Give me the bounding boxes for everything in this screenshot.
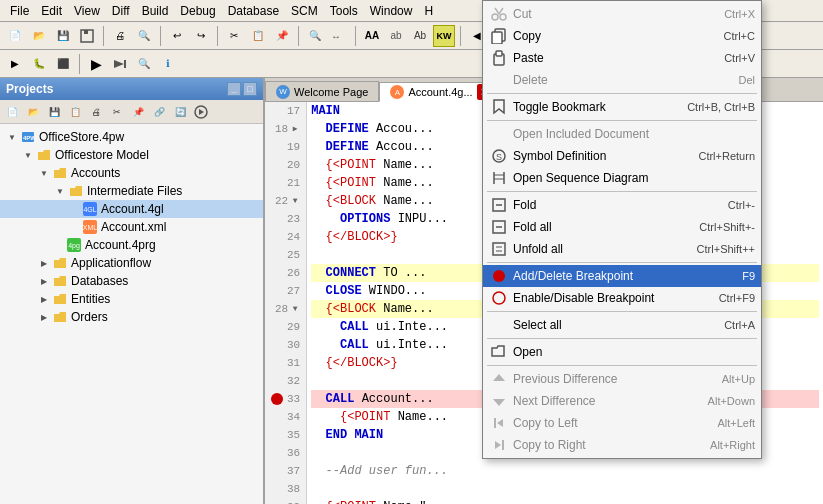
save-button[interactable]: 💾 [52, 25, 74, 47]
ctx-copy-right-shortcut: Alt+Right [710, 439, 755, 451]
debug-info[interactable]: ℹ [157, 53, 179, 75]
debug-run[interactable]: ▶ [85, 53, 107, 75]
menu-build[interactable]: Build [136, 2, 175, 20]
projects-panel-header: Projects _ □ [0, 78, 263, 100]
arrow-model[interactable]: ▼ [20, 147, 36, 163]
menu-file[interactable]: File [4, 2, 35, 20]
applicationflow-icon [52, 255, 68, 271]
tb-save-proj[interactable]: 💾 [44, 103, 64, 121]
ctx-copy[interactable]: Copy Ctrl+C [483, 25, 761, 47]
tree-accounts[interactable]: ▼ Accounts [0, 164, 263, 182]
open-button[interactable]: 📂 [28, 25, 50, 47]
tb-new-proj[interactable]: 📄 [2, 103, 22, 121]
replace-button[interactable]: ↔ [328, 25, 350, 47]
ctx-copy-left[interactable]: Copy to Left Alt+Left [483, 412, 761, 434]
stop-button[interactable]: ⬛ [52, 53, 74, 75]
debug-step[interactable] [109, 53, 131, 75]
tree-orders[interactable]: ▶ Orders [0, 308, 263, 326]
arrow-databases[interactable]: ▶ [36, 273, 52, 289]
ctx-fold-label: Fold [513, 198, 728, 212]
ctx-select-all[interactable]: Select all Ctrl+A [483, 314, 761, 336]
svg-rect-1 [84, 30, 88, 34]
menu-window[interactable]: Window [364, 2, 419, 20]
svg-rect-36 [502, 440, 504, 450]
tb-open-proj[interactable]: 📂 [23, 103, 43, 121]
tb-kw[interactable]: KW [433, 25, 455, 47]
ctx-add-breakpoint[interactable]: Add/Delete Breakpoint F9 [483, 265, 761, 287]
officestore-icon: 4PW [20, 129, 36, 145]
arrow-intermediate[interactable]: ▼ [52, 183, 68, 199]
ctx-enable-breakpoint[interactable]: Enable/Disable Breakpoint Ctrl+F9 [483, 287, 761, 309]
breakpoint-icon [489, 266, 509, 286]
ctx-open[interactable]: Open [483, 341, 761, 363]
paste-button[interactable]: 📌 [271, 25, 293, 47]
cut-button[interactable]: ✂ [223, 25, 245, 47]
tree-officestore4pw[interactable]: ▼ 4PW OfficeStore.4pw [0, 128, 263, 146]
arrow-orders[interactable]: ▶ [36, 309, 52, 325]
run-button[interactable]: ▶ [4, 53, 26, 75]
save-all-button[interactable] [76, 25, 98, 47]
tb-tb4[interactable]: 📌 [128, 103, 148, 121]
undo-button[interactable]: ↩ [166, 25, 188, 47]
ctx-fold[interactable]: Fold Ctrl+- [483, 194, 761, 216]
ctx-unfold-all[interactable]: Unfold all Ctrl+Shift++ [483, 238, 761, 260]
menu-edit[interactable]: Edit [35, 2, 68, 20]
menu-scm[interactable]: SCM [285, 2, 324, 20]
copy-button[interactable]: 📋 [247, 25, 269, 47]
arrow-account4prg [56, 237, 66, 253]
print-button[interactable]: 🖨 [109, 25, 131, 47]
unfold-all-icon [489, 239, 509, 259]
arrow-accounts[interactable]: ▼ [36, 165, 52, 181]
menu-view[interactable]: View [68, 2, 106, 20]
tb-tb3[interactable]: ✂ [107, 103, 127, 121]
arrow-account4gl [72, 201, 82, 217]
debug-icon[interactable]: 🐛 [28, 53, 50, 75]
ctx-paste[interactable]: Paste Ctrl+V [483, 47, 761, 69]
ln-26: 26 [271, 264, 300, 282]
ctx-open-included[interactable]: Open Included Document [483, 123, 761, 145]
tree-intermediate[interactable]: ▼ Intermediate Files [0, 182, 263, 200]
ctx-delete[interactable]: Delete Del [483, 69, 761, 91]
tree-databases[interactable]: ▶ Databases [0, 272, 263, 290]
menu-diff[interactable]: Diff [106, 2, 136, 20]
find-button[interactable]: 🔍 [304, 25, 326, 47]
ctx-cut[interactable]: Cut Ctrl+X [483, 3, 761, 25]
ctx-symbol-def[interactable]: S Symbol Definition Ctrl+Return [483, 145, 761, 167]
menu-tools[interactable]: Tools [324, 2, 364, 20]
tree-accountxml[interactable]: XML Account.xml [0, 218, 263, 236]
ctx-prev-diff[interactable]: Previous Difference Alt+Up [483, 368, 761, 390]
ln-18: 18▶ [271, 120, 300, 138]
arrow-entities[interactable]: ▶ [36, 291, 52, 307]
arrow-applicationflow[interactable]: ▶ [36, 255, 52, 271]
menu-database[interactable]: Database [222, 2, 285, 20]
tb-aa[interactable]: AA [361, 25, 383, 47]
tree-account4prg[interactable]: 4pg Account.4prg [0, 236, 263, 254]
tree-entities[interactable]: ▶ Entities [0, 290, 263, 308]
ctx-copy-right[interactable]: Copy to Right Alt+Right [483, 434, 761, 456]
debug-find[interactable]: 🔍 [133, 53, 155, 75]
tab-welcome[interactable]: W Welcome Page [265, 81, 379, 101]
tree-account4gl[interactable]: 4GL Account.4gl [0, 200, 263, 218]
panel-minimize[interactable]: _ [227, 82, 241, 96]
tree-applicationflow[interactable]: ▶ Applicationflow [0, 254, 263, 272]
new-button[interactable]: 📄 [4, 25, 26, 47]
menu-help[interactable]: H [418, 2, 439, 20]
tb-tb1[interactable]: 📋 [65, 103, 85, 121]
menu-debug[interactable]: Debug [174, 2, 221, 20]
entities-icon [52, 291, 68, 307]
panel-maximize[interactable]: □ [243, 82, 257, 96]
tb-ab[interactable]: ab [385, 25, 407, 47]
tree-officestore-model[interactable]: ▼ Officestore Model [0, 146, 263, 164]
ctx-next-diff[interactable]: Next Difference Alt+Down [483, 390, 761, 412]
tb-tb6[interactable]: 🔄 [170, 103, 190, 121]
arrow-officestore[interactable]: ▼ [4, 129, 20, 145]
redo-button[interactable]: ↪ [190, 25, 212, 47]
ctx-sequence[interactable]: Open Sequence Diagram [483, 167, 761, 189]
ctx-toggle-bookmark[interactable]: Toggle Bookmark Ctrl+B, Ctrl+B [483, 96, 761, 118]
ctx-fold-all[interactable]: Fold all Ctrl+Shift+- [483, 216, 761, 238]
preview-button[interactable]: 🔍 [133, 25, 155, 47]
tb-tb7[interactable] [191, 103, 211, 121]
tb-ab2[interactable]: Ab [409, 25, 431, 47]
tb-tb2[interactable]: 🖨 [86, 103, 106, 121]
tb-tb5[interactable]: 🔗 [149, 103, 169, 121]
